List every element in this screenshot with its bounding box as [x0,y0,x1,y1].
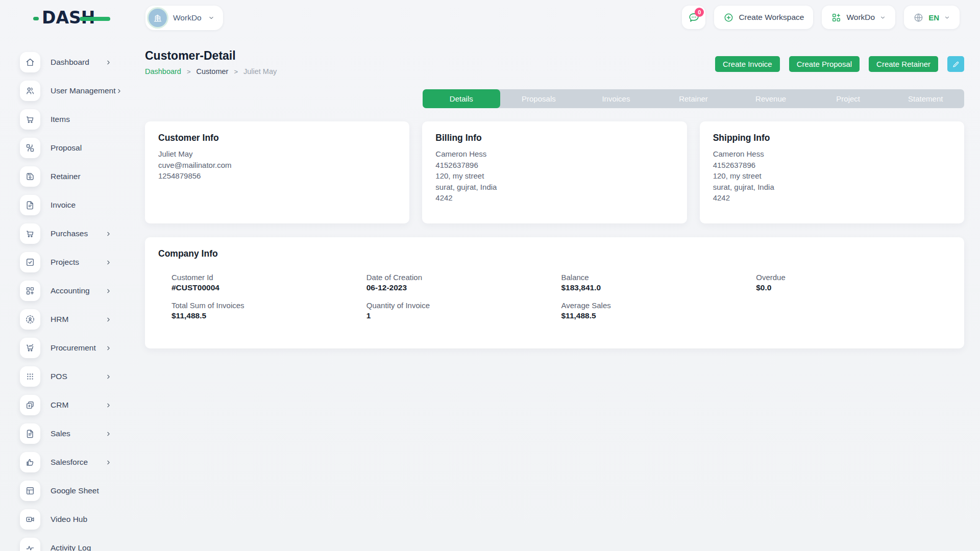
shipping-info-title: Shipping Info [713,133,951,143]
brand-logo[interactable]: DASH [42,8,113,28]
chevron-right-icon [105,431,112,437]
tab-invoices[interactable]: Invoices [577,89,655,108]
sidebar-item-sales[interactable]: Sales [20,423,130,444]
company-info-title: Company Info [158,248,951,259]
sidebar-item-items[interactable]: Items [20,109,130,130]
breadcrumb-separator: > [234,68,238,76]
tab-retainer[interactable]: Retainer [655,89,732,108]
field-empty [756,301,951,320]
top-right-cluster: 0 Create Workspace WorkDo [682,6,960,29]
logo-dash-accent [33,17,39,20]
create-invoice-button[interactable]: Create Invoice [715,56,780,72]
company-info-card: Company Info Customer Id #CUST00004 Date… [145,237,964,348]
customer-name: Juliet May [158,148,396,160]
language-selector[interactable]: EN [904,6,960,29]
billing-phone: 4152637896 [435,160,673,171]
shipping-info-card: Shipping Info Cameron Hess 4152637896 12… [700,121,964,223]
chevron-right-icon [105,373,112,380]
breadcrumb-dashboard[interactable]: Dashboard [145,67,181,76]
field-average-sales: Average Sales $11,488.5 [561,301,756,320]
chevron-right-icon [105,345,112,352]
sidebar-item-activity-log[interactable]: Activity Log [20,538,130,551]
sidebar-item-hrm[interactable]: HRM [20,309,130,330]
pencil-icon [952,60,960,68]
chevron-down-icon [879,14,886,21]
grid-plus-icon [831,12,842,23]
workspace-selector-label: WorkDo [173,13,202,22]
tab-proposals[interactable]: Proposals [500,89,578,108]
sidebar-item-google-sheet[interactable]: Google Sheet [20,481,130,501]
info-cards-row: Customer Info Juliet May cuve@mailinator… [145,121,964,223]
invoice-icon [25,200,35,210]
chevron-right-icon [105,259,112,266]
language-label: EN [928,13,939,22]
shipping-phone: 4152637896 [713,160,951,171]
workspace-menu-button[interactable]: WorkDo [822,6,895,29]
table-icon [25,486,35,496]
sidebar-item-video-hub[interactable]: Video Hub [20,509,130,530]
sales-icon [25,429,35,439]
proposal-icon [25,143,35,153]
sidebar-item-user-management[interactable]: User Management [20,81,130,101]
tab-statement[interactable]: Statement [887,89,964,108]
video-camera-icon [25,514,35,524]
create-workspace-button[interactable]: Create Workspace [714,6,813,29]
sidebar-item-crm[interactable]: CRM [20,395,130,415]
building-icon [152,12,163,23]
billing-name: Cameron Hess [435,148,673,160]
billing-city: surat, gujrat, India [435,182,673,193]
sidebar-item-invoice[interactable]: Invoice [20,195,130,215]
sidebar-item-proposal[interactable]: Proposal [20,138,130,158]
chevron-right-icon [105,59,112,66]
globe-icon [913,12,924,23]
tab-details[interactable]: Details [423,89,500,108]
sidebar-item-salesforce[interactable]: Salesforce [20,452,130,472]
shipping-city: surat, gujrat, India [713,182,951,193]
activity-pulse-icon [25,543,35,551]
tab-revenue[interactable]: Revenue [732,89,810,108]
customer-email: cuve@mailinator.com [158,160,396,171]
workspace-avatar [149,9,167,27]
sidebar-item-accounting[interactable]: Accounting [20,281,130,301]
workspace-menu-label: WorkDo [846,13,875,22]
create-workspace-label: Create Workspace [739,13,804,22]
breadcrumb-customer[interactable]: Customer [197,67,229,76]
procurement-icon [25,343,35,353]
create-proposal-button[interactable]: Create Proposal [789,56,860,72]
billing-zip: 4242 [435,192,673,204]
messages-badge: 0 [695,8,704,17]
retainer-icon [25,171,35,182]
messages-button[interactable]: 0 [682,6,705,29]
sidebar-item-retainer[interactable]: Retainer [20,166,130,187]
page-actions: Create Invoice Create Proposal Create Re… [715,56,964,72]
tab-project[interactable]: Project [810,89,887,108]
billing-info-card: Billing Info Cameron Hess 4152637896 120… [422,121,687,223]
workspace-selector[interactable]: WorkDo [145,6,223,30]
field-customer-id: Customer Id #CUST00004 [172,273,366,292]
chevron-right-icon [116,88,122,94]
sidebar-item-procurement[interactable]: Procurement [20,338,130,358]
field-date-of-creation: Date of Creation 06-12-2023 [366,273,561,292]
top-bar: DASH WorkDo 0 [0,0,980,36]
customer-info-card: Customer Info Juliet May cuve@mailinator… [145,121,409,223]
page: DASH WorkDo 0 [0,0,980,551]
edit-customer-button[interactable] [947,56,964,72]
field-total-sum-of-invoices: Total Sum of Invoices $11,488.5 [172,301,366,320]
plus-circle-icon [723,12,734,23]
billing-info-title: Billing Info [435,133,673,143]
customer-info-title: Customer Info [158,133,396,143]
thumbs-up-icon [25,457,35,467]
sidebar: Dashboard User Management Items Proposal… [0,36,130,551]
sidebar-item-pos[interactable]: POS [20,366,130,387]
sidebar-item-projects[interactable]: Projects [20,252,130,272]
shipping-zip: 4242 [713,192,951,204]
main-content: Customer-Detail Dashboard > Customer > J… [145,36,964,551]
breadcrumb-current: Juliet May [243,67,277,76]
purchases-icon [25,229,35,239]
sidebar-item-dashboard[interactable]: Dashboard [20,52,130,72]
customer-phone: 1254879856 [158,170,396,182]
sidebar-item-purchases[interactable]: Purchases [20,223,130,244]
crm-icon [25,400,35,410]
create-retainer-button[interactable]: Create Retainer [869,56,938,72]
chevron-down-icon [944,14,950,21]
